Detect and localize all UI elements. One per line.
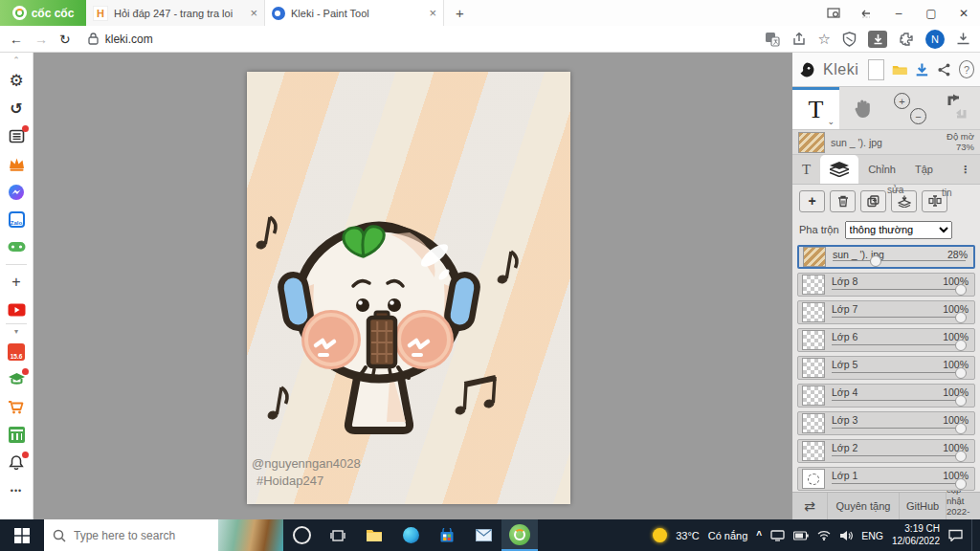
add-layer-button[interactable]: + xyxy=(799,190,825,212)
shopping-cart-icon[interactable] xyxy=(2,393,31,421)
swap-ui-icon[interactable]: ⇄ xyxy=(792,493,828,519)
minimize-button[interactable]: – xyxy=(882,0,915,26)
volume-icon[interactable] xyxy=(839,530,853,541)
shield-icon[interactable] xyxy=(842,32,857,47)
opacity-slider[interactable] xyxy=(832,372,967,373)
save-download-icon[interactable] xyxy=(915,61,929,78)
maximize-button[interactable]: ▢ xyxy=(915,0,947,26)
layer-row-2[interactable]: Lớp 2100% xyxy=(797,439,975,463)
taskbar-search[interactable] xyxy=(44,519,283,551)
opacity-slider[interactable] xyxy=(833,260,966,261)
back-icon[interactable]: ← xyxy=(10,32,23,47)
edge-button[interactable] xyxy=(392,519,429,551)
new-image-button[interactable] xyxy=(868,59,884,80)
show-desktop-button[interactable] xyxy=(971,519,976,551)
sale-icon[interactable]: 15.6 xyxy=(2,338,31,365)
layer-row-8[interactable]: Lớp 8100% xyxy=(797,273,975,297)
display-tray-icon[interactable] xyxy=(770,530,785,541)
opacity-slider[interactable] xyxy=(832,455,967,456)
share-icon[interactable] xyxy=(937,61,951,78)
battery-icon[interactable] xyxy=(793,531,809,540)
tab-more-icon[interactable]: ⋮ xyxy=(950,155,980,184)
open-folder-icon[interactable] xyxy=(892,62,907,77)
tab-close-icon[interactable]: × xyxy=(429,7,436,19)
task-view-button[interactable] xyxy=(320,519,356,551)
text-tool-button[interactable]: T ⌄ xyxy=(792,87,839,129)
coccoc-taskbar-button[interactable] xyxy=(501,519,538,551)
opacity-slider[interactable] xyxy=(832,400,967,401)
layer-row-5[interactable]: Lớp 5100% xyxy=(797,356,975,380)
opacity-slider[interactable] xyxy=(832,317,967,318)
sidebar-more-icon[interactable]: ••• xyxy=(2,476,31,504)
new-tab-button[interactable]: + xyxy=(444,0,476,26)
education-icon[interactable] xyxy=(2,365,31,393)
layer-row-6[interactable]: Lớp 6100% xyxy=(797,328,975,352)
duplicate-layer-button[interactable] xyxy=(860,190,886,212)
layer-row-4[interactable]: Lớp 4100% xyxy=(797,384,975,408)
clock[interactable]: 3:19 CH 12/06/2022 xyxy=(892,523,940,547)
store-icon[interactable] xyxy=(2,421,31,449)
extensions-puzzle-icon[interactable] xyxy=(899,32,914,47)
forward-icon[interactable]: → xyxy=(34,32,48,47)
reading-mode-icon[interactable] xyxy=(817,0,850,26)
undo-redo-button[interactable] xyxy=(933,87,980,129)
zalo-icon[interactable]: Zalo xyxy=(2,206,31,233)
profile-avatar[interactable]: N xyxy=(925,30,945,49)
layer-row-7[interactable]: Lớp 7100% xyxy=(797,300,975,324)
tab-layers[interactable] xyxy=(820,155,858,184)
zoom-tool-button[interactable]: + − xyxy=(886,87,933,129)
action-center-icon[interactable] xyxy=(948,529,963,541)
translate-icon[interactable] xyxy=(765,32,780,47)
share-icon[interactable] xyxy=(791,32,807,47)
zoom-out-icon[interactable]: − xyxy=(910,108,926,124)
opacity-slider[interactable] xyxy=(832,344,967,345)
language-indicator[interactable]: ENG xyxy=(861,530,883,541)
download-active-icon[interactable] xyxy=(868,31,887,48)
layer-row-sun[interactable]: sun _ '). jpg28% xyxy=(797,245,975,269)
tab-edit[interactable]: Chỉnh xyxy=(858,155,905,184)
wifi-icon[interactable] xyxy=(817,530,831,540)
notification-bell-icon[interactable] xyxy=(2,449,31,476)
sidebar-more-arrow-icon[interactable]: ▾ xyxy=(6,323,27,338)
reload-icon[interactable]: ↻ xyxy=(59,32,71,47)
zoom-in-icon[interactable]: + xyxy=(894,93,910,109)
recall-tab-icon[interactable] xyxy=(850,0,882,26)
opacity-slider[interactable] xyxy=(832,289,967,290)
search-input[interactable] xyxy=(72,528,200,543)
delete-layer-button[interactable] xyxy=(830,190,856,212)
kleki-workspace[interactable]: @nguyenngan4028 #Hoidap247 xyxy=(34,53,792,519)
bookmark-star-icon[interactable]: ☆ xyxy=(818,31,831,48)
tab-hoidap247[interactable]: H Hỏi đáp 247 - trang tra loi × xyxy=(86,0,265,26)
tab-text[interactable]: T xyxy=(792,155,820,184)
temperature[interactable]: 33°C xyxy=(676,530,700,541)
blend-select[interactable]: thông thường xyxy=(845,221,952,239)
tab-file[interactable]: Tập xyxy=(905,155,943,184)
help-icon[interactable]: ? xyxy=(959,60,974,78)
opacity-slider[interactable] xyxy=(832,428,967,429)
close-button[interactable]: ✕ xyxy=(947,0,980,26)
hand-tool-button[interactable] xyxy=(839,87,886,129)
sidebar-collapse-icon[interactable]: ⌃ xyxy=(2,54,31,67)
address-bar[interactable]: kleki.com xyxy=(82,33,753,46)
search-highlight-image[interactable] xyxy=(218,519,283,551)
messenger-icon[interactable] xyxy=(2,178,31,206)
tab-close-icon[interactable]: × xyxy=(250,7,257,19)
layer-row-3[interactable]: Lớp 3100% xyxy=(797,411,975,435)
weather-sun-icon[interactable] xyxy=(653,528,667,542)
settings-gear-icon[interactable]: ⚙ xyxy=(2,67,31,95)
donate-link[interactable]: Quyên tặng xyxy=(828,493,900,519)
history-icon[interactable]: ↺ xyxy=(2,95,31,122)
youtube-icon[interactable] xyxy=(2,296,31,323)
microsoft-store-button[interactable] xyxy=(429,519,465,551)
downloads-tray-icon[interactable] xyxy=(956,32,970,46)
file-explorer-button[interactable] xyxy=(356,519,392,551)
drawing-canvas[interactable]: @nguyenngan4028 #Hoidap247 xyxy=(247,72,570,504)
tray-chevron-icon[interactable]: ^ xyxy=(756,530,762,540)
github-link[interactable]: GitHub xyxy=(900,493,947,519)
weather-text[interactable]: Có nắng xyxy=(708,530,748,541)
vip-crown-icon[interactable] xyxy=(2,150,31,178)
opacity-slider[interactable] xyxy=(832,483,967,484)
news-feed-icon[interactable] xyxy=(2,122,31,150)
mail-button[interactable] xyxy=(465,519,501,551)
games-icon[interactable] xyxy=(2,233,31,261)
